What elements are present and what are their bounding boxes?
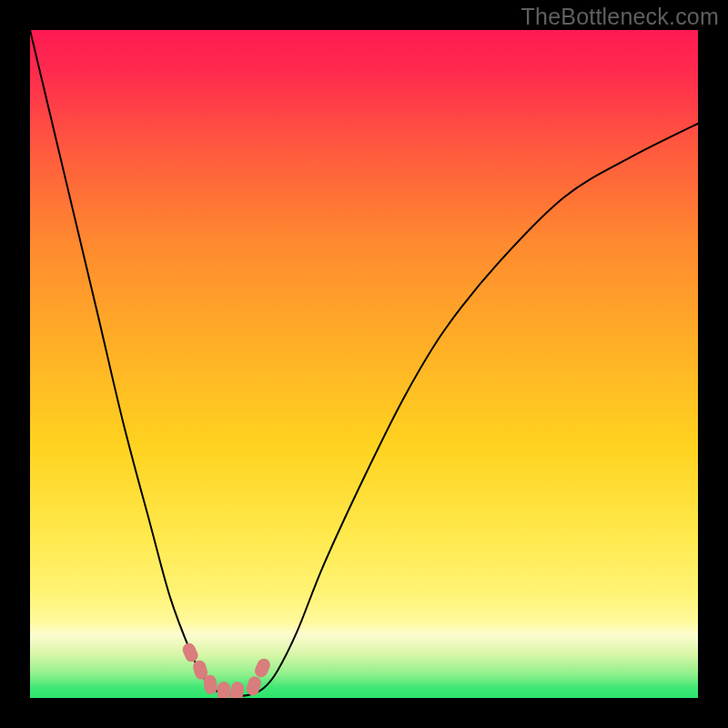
chart-svg bbox=[30, 30, 698, 698]
plot-area bbox=[30, 30, 698, 698]
chart-frame: TheBottleneck.com bbox=[0, 0, 728, 728]
marker-point bbox=[217, 682, 230, 698]
gradient-background bbox=[30, 30, 698, 698]
watermark-text: TheBottleneck.com bbox=[521, 4, 719, 30]
